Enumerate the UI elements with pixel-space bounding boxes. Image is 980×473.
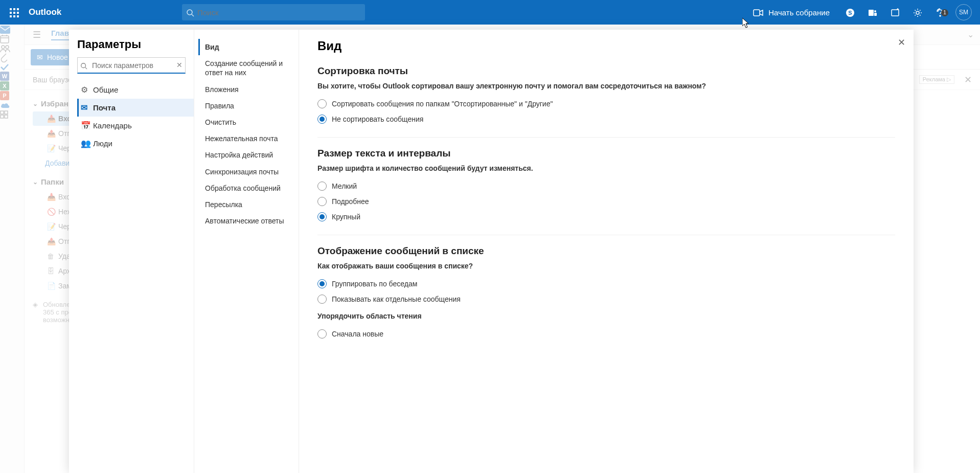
radio-individual[interactable]: Показывать как отдельные сообщения bbox=[317, 291, 895, 307]
radio-icon bbox=[317, 329, 327, 339]
sub-sweep[interactable]: Очистить bbox=[198, 114, 294, 130]
skype-icon[interactable]: S bbox=[839, 7, 861, 17]
radio-newest-first[interactable]: Сначала новые bbox=[317, 326, 895, 342]
mail-icon: ✉ bbox=[81, 103, 93, 112]
settings-panel: ✕ Параметры ✕ ⚙Общие ✉Почта 📅Календарь 👥… bbox=[69, 30, 914, 473]
radio-icon bbox=[317, 295, 327, 304]
settings-icon[interactable] bbox=[906, 7, 929, 17]
radio-size-small[interactable]: Мелкий bbox=[317, 178, 895, 194]
display-question: Как отображать ваши сообщения в списке? bbox=[317, 262, 895, 270]
cat-people[interactable]: 👥Люди bbox=[77, 134, 194, 152]
settings-title: Параметры bbox=[77, 38, 194, 51]
svg-rect-14 bbox=[869, 10, 874, 16]
svg-rect-3 bbox=[10, 12, 12, 14]
sub-compose[interactable]: Создание сообщений и ответ на них bbox=[198, 55, 294, 81]
calendar-icon: 📅 bbox=[81, 121, 93, 130]
sub-rules[interactable]: Правила bbox=[198, 98, 294, 114]
svg-rect-11 bbox=[754, 10, 760, 16]
sub-actions[interactable]: Настройка действий bbox=[198, 147, 294, 163]
start-meeting-button[interactable]: Начать собрание bbox=[768, 8, 830, 17]
svg-line-38 bbox=[85, 67, 87, 69]
app-launcher[interactable] bbox=[4, 7, 25, 18]
search-input[interactable] bbox=[197, 8, 361, 17]
radio-icon bbox=[317, 115, 327, 124]
radio-icon bbox=[317, 182, 327, 191]
radio-icon bbox=[317, 212, 327, 221]
svg-point-19 bbox=[940, 15, 941, 16]
cat-general[interactable]: ⚙Общие bbox=[77, 81, 194, 99]
global-search[interactable] bbox=[182, 4, 365, 20]
sub-sync[interactable]: Синхронизация почты bbox=[198, 164, 294, 180]
meet-icon[interactable] bbox=[753, 8, 763, 17]
people-icon: 👥 bbox=[81, 139, 93, 148]
sub-junk[interactable]: Нежелательная почта bbox=[198, 130, 294, 147]
notif-badge: 1 bbox=[941, 9, 948, 16]
svg-text:S: S bbox=[848, 10, 852, 16]
sub-handling[interactable]: Обработка сообщений bbox=[198, 180, 294, 196]
svg-rect-5 bbox=[17, 12, 19, 14]
settings-search-input[interactable] bbox=[77, 57, 186, 74]
svg-rect-8 bbox=[17, 15, 19, 17]
cat-mail[interactable]: ✉Почта bbox=[77, 99, 194, 117]
radio-group-conv[interactable]: Группировать по беседам bbox=[317, 276, 895, 291]
radio-size-large[interactable]: Крупный bbox=[317, 209, 895, 224]
content-title: Вид bbox=[317, 39, 895, 53]
svg-point-37 bbox=[81, 63, 86, 68]
gear-icon: ⚙ bbox=[81, 85, 93, 95]
svg-rect-6 bbox=[10, 15, 12, 17]
svg-rect-2 bbox=[17, 8, 19, 10]
svg-point-15 bbox=[874, 10, 876, 12]
notes-icon[interactable] bbox=[884, 7, 906, 17]
user-avatar[interactable]: SM bbox=[955, 4, 972, 20]
svg-point-18 bbox=[916, 11, 919, 14]
svg-rect-1 bbox=[13, 8, 15, 10]
svg-rect-17 bbox=[892, 10, 899, 16]
section-display: Отображение сообщений в списке bbox=[317, 245, 895, 257]
sub-attachments[interactable]: Вложения bbox=[198, 81, 294, 98]
svg-rect-7 bbox=[13, 15, 15, 17]
radio-sort-none[interactable]: Не сортировать сообщения bbox=[317, 111, 895, 127]
section-sort: Сортировка почты bbox=[317, 65, 895, 77]
teams-icon[interactable] bbox=[861, 7, 884, 17]
sort-question: Вы хотите, чтобы Outlook сортировал вашу… bbox=[317, 82, 895, 90]
clear-icon[interactable]: ✕ bbox=[176, 61, 183, 69]
sub-view[interactable]: Вид bbox=[198, 39, 294, 55]
cat-calendar[interactable]: 📅Календарь bbox=[77, 117, 194, 134]
svg-rect-4 bbox=[13, 12, 15, 14]
search-icon bbox=[80, 61, 87, 70]
radio-icon bbox=[317, 99, 327, 108]
sub-auto[interactable]: Автоматические ответы bbox=[198, 213, 294, 229]
order-label: Упорядочить область чтения bbox=[317, 312, 895, 320]
radio-sort-focused[interactable]: Сортировать сообщения по папкам "Отсорти… bbox=[317, 96, 895, 111]
radio-icon bbox=[317, 197, 327, 206]
svg-line-10 bbox=[192, 14, 194, 16]
radio-size-medium[interactable]: Подробнее bbox=[317, 194, 895, 209]
text-desc: Размер шрифта и количество сообщений буд… bbox=[317, 164, 895, 172]
app-brand: Outlook bbox=[29, 7, 182, 17]
search-icon bbox=[186, 8, 194, 17]
svg-rect-0 bbox=[10, 8, 12, 10]
svg-rect-16 bbox=[874, 13, 877, 16]
help-icon[interactable]: 1 bbox=[929, 7, 951, 17]
radio-icon bbox=[317, 279, 327, 288]
svg-point-9 bbox=[187, 10, 192, 15]
section-text-size: Размер текста и интервалы bbox=[317, 148, 895, 159]
sub-forwarding[interactable]: Пересылка bbox=[198, 196, 294, 213]
